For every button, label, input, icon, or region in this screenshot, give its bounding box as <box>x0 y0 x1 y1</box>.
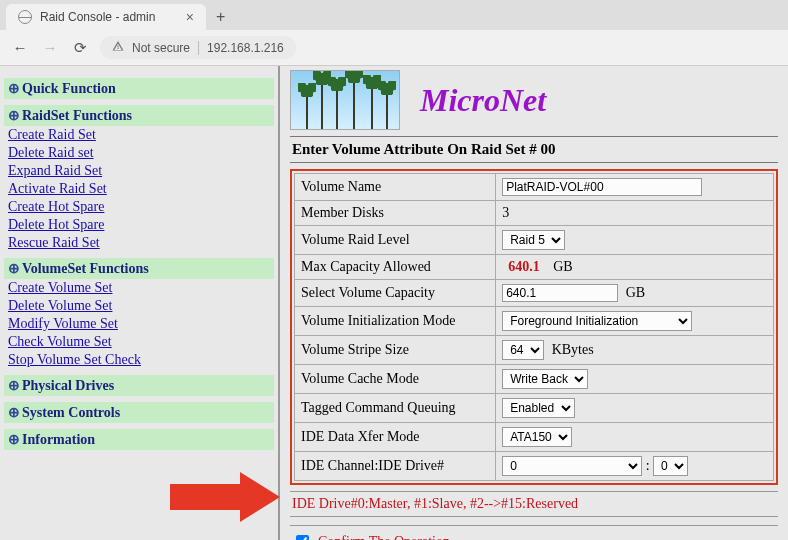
select-capacity-input[interactable] <box>502 284 618 302</box>
ide-drive-select[interactable]: 0 <box>653 456 688 476</box>
init-mode-select[interactable]: Foreground Initialization <box>502 311 692 331</box>
table-row: IDE Channel:IDE Drive# 0 : 0 <box>295 452 774 481</box>
sidebar-link[interactable]: Modify Volume Set <box>4 315 274 333</box>
warning-icon <box>112 40 124 55</box>
tab-bar: Raid Console - admin × + <box>0 0 788 30</box>
globe-icon <box>18 10 32 24</box>
volume-name-input[interactable] <box>502 178 702 196</box>
sidebar-group-header[interactable]: ⊕RaidSet Functions <box>4 105 274 126</box>
new-tab-button[interactable]: + <box>206 4 235 30</box>
ide-footnote: IDE Drive#0:Master, #1:Slave, #2-->#15:R… <box>290 491 778 517</box>
table-row: Volume Name <box>295 174 774 201</box>
sidebar-group-header[interactable]: ⊕Information <box>4 429 274 450</box>
form-highlight-box: Volume Name Member Disks 3 Volume Raid L… <box>290 169 778 485</box>
sidebar-link[interactable]: Expand Raid Set <box>4 162 274 180</box>
label-tcq: Tagged Command Queuing <box>295 394 496 423</box>
table-row: Volume Cache Mode Write Back <box>295 365 774 394</box>
volume-attribute-table: Volume Name Member Disks 3 Volume Raid L… <box>294 173 774 481</box>
sidebar: ⊕Quick Function⊕RaidSet FunctionsCreate … <box>0 66 280 540</box>
tcq-select[interactable]: Enabled <box>502 398 575 418</box>
label-select-capacity: Select Volume Capacity <box>295 280 496 307</box>
label-max-capacity: Max Capacity Allowed <box>295 255 496 280</box>
table-row: Max Capacity Allowed 640.1 GB <box>295 255 774 280</box>
sidebar-link[interactable]: Delete Volume Set <box>4 297 274 315</box>
sidebar-link[interactable]: Check Volume Set <box>4 333 274 351</box>
divider <box>198 41 199 55</box>
member-disks-value: 3 <box>496 201 774 226</box>
xfer-mode-select[interactable]: ATA150 <box>502 427 572 447</box>
stripe-unit: KBytes <box>552 342 594 357</box>
sidebar-group-header[interactable]: ⊕System Controls <box>4 402 274 423</box>
label-member-disks: Member Disks <box>295 201 496 226</box>
label-xfer-mode: IDE Data Xfer Mode <box>295 423 496 452</box>
browser-chrome: Raid Console - admin × + ← → ⟳ Not secur… <box>0 0 788 66</box>
table-row: IDE Data Xfer Mode ATA150 <box>295 423 774 452</box>
label-init-mode: Volume Initialization Mode <box>295 307 496 336</box>
browser-tab[interactable]: Raid Console - admin × <box>6 4 206 30</box>
sidebar-link[interactable]: Delete Hot Spare <box>4 216 274 234</box>
table-row: Volume Initialization Mode Foreground In… <box>295 307 774 336</box>
label-stripe-size: Volume Stripe Size <box>295 336 496 365</box>
label-ide-channel: IDE Channel:IDE Drive# <box>295 452 496 481</box>
hero-image <box>290 70 400 130</box>
raid-level-select[interactable]: Raid 5 <box>502 230 565 250</box>
label-volume-name: Volume Name <box>295 174 496 201</box>
cache-mode-select[interactable]: Write Back <box>502 369 588 389</box>
table-row: Volume Stripe Size 64 KBytes <box>295 336 774 365</box>
table-row: Member Disks 3 <box>295 201 774 226</box>
sidebar-group-header[interactable]: ⊕Physical Drives <box>4 375 274 396</box>
colon-divider: : <box>646 458 653 473</box>
max-capacity-value: 640.1 GB <box>496 255 774 280</box>
label-raid-level: Volume Raid Level <box>295 226 496 255</box>
address-bar: ← → ⟳ Not secure 192.168.1.216 <box>0 30 788 65</box>
sidebar-link[interactable]: Stop Volume Set Check <box>4 351 274 369</box>
table-row: Select Volume Capacity GB <box>295 280 774 307</box>
sidebar-link[interactable]: Create Volume Set <box>4 279 274 297</box>
ide-channel-select[interactable]: 0 <box>502 456 642 476</box>
confirm-label: Confirm The Operation <box>318 534 450 541</box>
back-button[interactable]: ← <box>10 39 30 56</box>
stripe-size-select[interactable]: 64 <box>502 340 544 360</box>
sidebar-link[interactable]: Rescue Raid Set <box>4 234 274 252</box>
forward-button[interactable]: → <box>40 39 60 56</box>
label-cache-mode: Volume Cache Mode <box>295 365 496 394</box>
sidebar-group-header[interactable]: ⊕Quick Function <box>4 78 274 99</box>
sidebar-link[interactable]: Create Hot Spare <box>4 198 274 216</box>
brand-title: MicroNet <box>420 82 546 119</box>
url-text: 192.168.1.216 <box>207 41 284 55</box>
panel-title: Enter Volume Attribute On Raid Set # 00 <box>290 136 778 163</box>
security-label: Not secure <box>132 41 190 55</box>
sidebar-group-header[interactable]: ⊕VolumeSet Functions <box>4 258 274 279</box>
url-field[interactable]: Not secure 192.168.1.216 <box>100 36 296 59</box>
sidebar-link[interactable]: Activate Raid Set <box>4 180 274 198</box>
sidebar-link[interactable]: Delete Raid set <box>4 144 274 162</box>
table-row: Volume Raid Level Raid 5 <box>295 226 774 255</box>
reload-button[interactable]: ⟳ <box>70 39 90 57</box>
hero: MicroNet <box>290 70 778 130</box>
tab-title: Raid Console - admin <box>40 10 155 24</box>
close-icon[interactable]: × <box>186 10 194 24</box>
table-row: Tagged Command Queuing Enabled <box>295 394 774 423</box>
confirm-row: Confirm The Operation <box>290 525 778 540</box>
confirm-checkbox[interactable] <box>296 535 309 540</box>
main-content: MicroNet Enter Volume Attribute On Raid … <box>280 66 788 540</box>
capacity-unit: GB <box>626 285 645 300</box>
sidebar-link[interactable]: Create Raid Set <box>4 126 274 144</box>
